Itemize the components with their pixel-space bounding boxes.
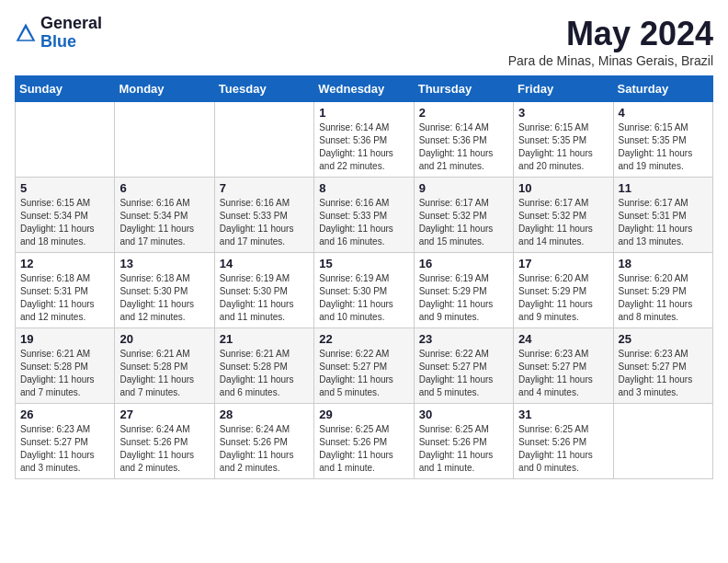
calendar-body: 1Sunrise: 6:14 AM Sunset: 5:36 PM Daylig… bbox=[16, 102, 713, 479]
calendar-cell: 15Sunrise: 6:19 AM Sunset: 5:30 PM Dayli… bbox=[314, 253, 414, 328]
calendar-cell: 7Sunrise: 6:16 AM Sunset: 5:33 PM Daylig… bbox=[214, 178, 313, 253]
day-number: 19 bbox=[20, 332, 109, 346]
day-number: 15 bbox=[319, 257, 408, 270]
calendar-header: SundayMondayTuesdayWednesdayThursdayFrid… bbox=[16, 76, 713, 102]
day-info: Sunrise: 6:21 AM Sunset: 5:28 PM Dayligh… bbox=[20, 348, 109, 399]
day-number: 7 bbox=[220, 181, 309, 195]
day-number: 1 bbox=[319, 106, 408, 120]
calendar-cell: 29Sunrise: 6:25 AM Sunset: 5:26 PM Dayli… bbox=[314, 404, 414, 479]
day-info: Sunrise: 6:14 AM Sunset: 5:36 PM Dayligh… bbox=[419, 121, 508, 173]
calendar-cell: 6Sunrise: 6:16 AM Sunset: 5:34 PM Daylig… bbox=[115, 178, 214, 253]
calendar-cell: 5Sunrise: 6:15 AM Sunset: 5:34 PM Daylig… bbox=[16, 178, 115, 253]
weekday-header: Monday bbox=[115, 76, 214, 102]
logo: General Blue bbox=[15, 15, 102, 52]
weekday-row: SundayMondayTuesdayWednesdayThursdayFrid… bbox=[16, 76, 713, 102]
day-info: Sunrise: 6:17 AM Sunset: 5:32 PM Dayligh… bbox=[419, 197, 508, 248]
calendar-cell: 10Sunrise: 6:17 AM Sunset: 5:32 PM Dayli… bbox=[514, 178, 613, 253]
calendar-cell: 11Sunrise: 6:17 AM Sunset: 5:31 PM Dayli… bbox=[613, 178, 712, 253]
logo-text: General Blue bbox=[40, 15, 102, 52]
day-number: 17 bbox=[518, 257, 608, 270]
weekday-header: Wednesday bbox=[314, 76, 414, 102]
title-area: May 2024 Para de Minas, Minas Gerais, Br… bbox=[508, 15, 713, 68]
day-info: Sunrise: 6:19 AM Sunset: 5:30 PM Dayligh… bbox=[220, 272, 309, 324]
day-number: 24 bbox=[518, 332, 608, 346]
day-info: Sunrise: 6:24 AM Sunset: 5:26 PM Dayligh… bbox=[119, 423, 209, 475]
day-number: 2 bbox=[419, 106, 508, 120]
day-info: Sunrise: 6:22 AM Sunset: 5:27 PM Dayligh… bbox=[319, 348, 408, 399]
day-number: 5 bbox=[20, 181, 109, 195]
day-info: Sunrise: 6:23 AM Sunset: 5:27 PM Dayligh… bbox=[518, 348, 608, 399]
day-number: 18 bbox=[619, 257, 708, 270]
calendar-week-row: 26Sunrise: 6:23 AM Sunset: 5:27 PM Dayli… bbox=[16, 404, 713, 479]
calendar-cell: 20Sunrise: 6:21 AM Sunset: 5:28 PM Dayli… bbox=[115, 328, 214, 404]
calendar-week-row: 1Sunrise: 6:14 AM Sunset: 5:36 PM Daylig… bbox=[16, 102, 713, 178]
header: General Blue May 2024 Para de Minas, Min… bbox=[15, 15, 713, 68]
calendar-cell: 1Sunrise: 6:14 AM Sunset: 5:36 PM Daylig… bbox=[314, 102, 414, 178]
calendar-cell: 25Sunrise: 6:23 AM Sunset: 5:27 PM Dayli… bbox=[613, 328, 712, 404]
logo-icon bbox=[15, 22, 37, 44]
day-info: Sunrise: 6:23 AM Sunset: 5:27 PM Dayligh… bbox=[619, 348, 708, 399]
location-subtitle: Para de Minas, Minas Gerais, Brazil bbox=[508, 53, 713, 68]
calendar-cell: 12Sunrise: 6:18 AM Sunset: 5:31 PM Dayli… bbox=[16, 253, 115, 328]
calendar-cell: 13Sunrise: 6:18 AM Sunset: 5:30 PM Dayli… bbox=[115, 253, 214, 328]
day-info: Sunrise: 6:25 AM Sunset: 5:26 PM Dayligh… bbox=[319, 423, 408, 475]
weekday-header: Friday bbox=[514, 76, 613, 102]
day-info: Sunrise: 6:17 AM Sunset: 5:32 PM Dayligh… bbox=[518, 197, 608, 248]
weekday-header: Tuesday bbox=[214, 76, 313, 102]
calendar-cell: 22Sunrise: 6:22 AM Sunset: 5:27 PM Dayli… bbox=[314, 328, 414, 404]
day-info: Sunrise: 6:19 AM Sunset: 5:29 PM Dayligh… bbox=[419, 272, 508, 324]
logo-blue-text: Blue bbox=[40, 33, 102, 52]
calendar-week-row: 12Sunrise: 6:18 AM Sunset: 5:31 PM Dayli… bbox=[16, 253, 713, 328]
calendar-cell bbox=[214, 102, 313, 178]
day-number: 14 bbox=[220, 257, 309, 270]
day-number: 26 bbox=[20, 408, 109, 421]
day-info: Sunrise: 6:18 AM Sunset: 5:30 PM Dayligh… bbox=[119, 272, 209, 324]
calendar-cell: 17Sunrise: 6:20 AM Sunset: 5:29 PM Dayli… bbox=[514, 253, 613, 328]
calendar-cell: 4Sunrise: 6:15 AM Sunset: 5:35 PM Daylig… bbox=[613, 102, 712, 178]
calendar-cell: 9Sunrise: 6:17 AM Sunset: 5:32 PM Daylig… bbox=[414, 178, 513, 253]
day-number: 22 bbox=[319, 332, 408, 346]
calendar-cell: 2Sunrise: 6:14 AM Sunset: 5:36 PM Daylig… bbox=[414, 102, 513, 178]
day-info: Sunrise: 6:15 AM Sunset: 5:35 PM Dayligh… bbox=[619, 121, 708, 173]
day-info: Sunrise: 6:22 AM Sunset: 5:27 PM Dayligh… bbox=[419, 348, 508, 399]
calendar-cell: 26Sunrise: 6:23 AM Sunset: 5:27 PM Dayli… bbox=[16, 404, 115, 479]
calendar-cell: 31Sunrise: 6:25 AM Sunset: 5:26 PM Dayli… bbox=[514, 404, 613, 479]
calendar-cell bbox=[115, 102, 214, 178]
weekday-header: Sunday bbox=[16, 76, 115, 102]
day-info: Sunrise: 6:16 AM Sunset: 5:33 PM Dayligh… bbox=[220, 197, 309, 248]
day-info: Sunrise: 6:24 AM Sunset: 5:26 PM Dayligh… bbox=[220, 423, 309, 475]
day-info: Sunrise: 6:20 AM Sunset: 5:29 PM Dayligh… bbox=[518, 272, 608, 324]
day-info: Sunrise: 6:23 AM Sunset: 5:27 PM Dayligh… bbox=[20, 423, 109, 475]
day-info: Sunrise: 6:21 AM Sunset: 5:28 PM Dayligh… bbox=[220, 348, 309, 399]
day-number: 28 bbox=[220, 408, 309, 421]
logo-general-text: General bbox=[40, 15, 102, 33]
weekday-header: Thursday bbox=[414, 76, 513, 102]
calendar-cell bbox=[613, 404, 712, 479]
calendar-cell: 3Sunrise: 6:15 AM Sunset: 5:35 PM Daylig… bbox=[514, 102, 613, 178]
day-number: 8 bbox=[319, 181, 408, 195]
day-number: 23 bbox=[419, 332, 508, 346]
day-info: Sunrise: 6:25 AM Sunset: 5:26 PM Dayligh… bbox=[518, 423, 608, 475]
day-number: 10 bbox=[518, 181, 608, 195]
day-number: 25 bbox=[619, 332, 708, 346]
day-number: 16 bbox=[419, 257, 508, 270]
day-info: Sunrise: 6:21 AM Sunset: 5:28 PM Dayligh… bbox=[119, 348, 209, 399]
day-info: Sunrise: 6:25 AM Sunset: 5:26 PM Dayligh… bbox=[419, 423, 508, 475]
day-info: Sunrise: 6:15 AM Sunset: 5:35 PM Dayligh… bbox=[518, 121, 608, 173]
day-info: Sunrise: 6:14 AM Sunset: 5:36 PM Dayligh… bbox=[319, 121, 408, 173]
calendar-cell: 14Sunrise: 6:19 AM Sunset: 5:30 PM Dayli… bbox=[214, 253, 313, 328]
calendar-cell: 8Sunrise: 6:16 AM Sunset: 5:33 PM Daylig… bbox=[314, 178, 414, 253]
calendar-cell: 27Sunrise: 6:24 AM Sunset: 5:26 PM Dayli… bbox=[115, 404, 214, 479]
day-info: Sunrise: 6:20 AM Sunset: 5:29 PM Dayligh… bbox=[619, 272, 708, 324]
day-number: 31 bbox=[518, 408, 608, 421]
day-info: Sunrise: 6:16 AM Sunset: 5:34 PM Dayligh… bbox=[119, 197, 209, 248]
calendar-table: SundayMondayTuesdayWednesdayThursdayFrid… bbox=[15, 75, 713, 479]
calendar-cell: 18Sunrise: 6:20 AM Sunset: 5:29 PM Dayli… bbox=[613, 253, 712, 328]
weekday-header: Saturday bbox=[613, 76, 712, 102]
day-info: Sunrise: 6:15 AM Sunset: 5:34 PM Dayligh… bbox=[20, 197, 109, 248]
calendar-cell: 24Sunrise: 6:23 AM Sunset: 5:27 PM Dayli… bbox=[514, 328, 613, 404]
day-number: 9 bbox=[419, 181, 508, 195]
calendar-week-row: 19Sunrise: 6:21 AM Sunset: 5:28 PM Dayli… bbox=[16, 328, 713, 404]
day-number: 30 bbox=[419, 408, 508, 421]
calendar-cell: 30Sunrise: 6:25 AM Sunset: 5:26 PM Dayli… bbox=[414, 404, 513, 479]
